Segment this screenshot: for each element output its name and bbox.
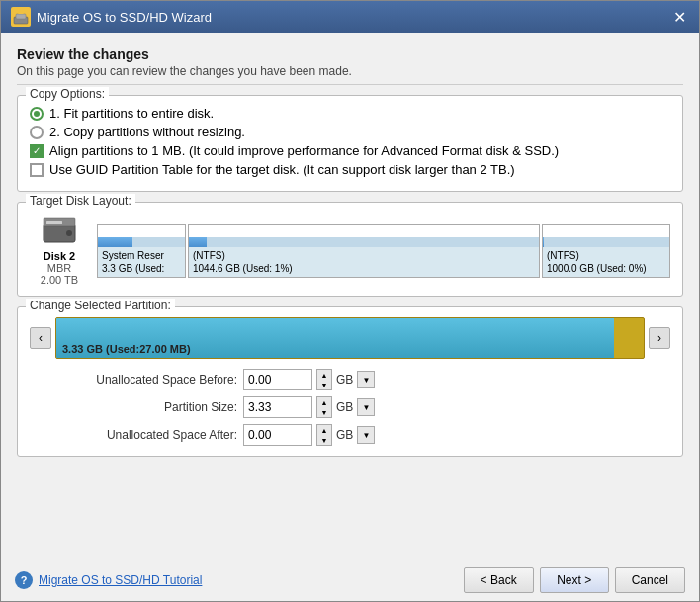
field-3-down[interactable]: ▼ — [317, 435, 331, 445]
left-arrow-button[interactable]: ‹ — [30, 327, 51, 349]
svg-marker-2 — [18, 10, 24, 14]
field-3-dropdown[interactable]: ▼ — [357, 426, 375, 444]
checkbox-1-box[interactable]: ✓ — [30, 144, 44, 158]
footer-buttons: < Back Next > Cancel — [464, 567, 685, 593]
help-icon[interactable]: ? — [15, 571, 33, 589]
field-2-unit: GB — [336, 400, 353, 414]
radio-2-label: 2. Copy partitions without resizing. — [49, 125, 245, 139]
field-2-label: Partition Size: — [59, 400, 237, 414]
checkbox-2-label: Use GUID Partition Table for the target … — [49, 162, 515, 177]
footer: ? Migrate OS to SSD/HD Tutorial < Back N… — [1, 559, 699, 601]
svg-point-5 — [66, 230, 72, 236]
content-area: Review the changes On this page you can … — [1, 33, 699, 559]
partition-3-bar — [543, 237, 544, 247]
partition-3-fs: (NTFS) — [547, 249, 665, 262]
page-title: Review the changes — [17, 46, 683, 62]
titlebar: Migrate OS to SSD/HD Wizard ✕ — [1, 1, 699, 33]
disk-size: 2.00 TB — [41, 274, 78, 286]
field-2-down[interactable]: ▼ — [317, 407, 331, 417]
disk-name: Disk 2 — [44, 250, 75, 262]
field-3-spinner: ▲ ▼ — [316, 424, 332, 446]
field-3-up[interactable]: ▲ — [317, 425, 331, 435]
partition-3-info: (NTFS) 1000.0 GB (Used: 0%) — [543, 247, 669, 277]
change-partition-group: Change Selected Partition: ‹ 3.33 GB (Us… — [17, 306, 683, 457]
titlebar-left: Migrate OS to SSD/HD Wizard — [11, 7, 212, 27]
checkbox-1-label: Align partitions to 1 MB. (It could impr… — [49, 143, 559, 158]
partition-2-fs: (NTFS) — [193, 249, 535, 262]
partition-1-name: System Reser — [102, 249, 181, 262]
field-1-dropdown[interactable]: ▼ — [357, 371, 375, 388]
partition-size-label: 3.33 GB (Used:27.00 MB) — [62, 343, 191, 355]
disk-type: MBR — [47, 262, 71, 274]
field-2-input-area: ▲ ▼ GB ▼ — [243, 396, 375, 418]
target-disk-group: Target Disk Layout: Disk 2 MBR 2.00 TB — [17, 202, 683, 297]
field-row-1: Unallocated Space Before: ▲ ▼ GB ▼ — [59, 369, 670, 390]
radio-1-circle[interactable] — [30, 107, 44, 121]
field-2-dropdown[interactable]: ▼ — [357, 398, 375, 416]
page-subtitle: On this page you can review the changes … — [17, 64, 683, 78]
field-2-spinner: ▲ ▼ — [316, 396, 332, 418]
field-2-up[interactable]: ▲ — [317, 397, 331, 407]
field-1-spinner: ▲ ▼ — [316, 369, 332, 390]
field-row-3: Unallocated Space After: ▲ ▼ GB ▼ — [59, 424, 670, 446]
next-button[interactable]: Next > — [540, 567, 609, 593]
footer-left: ? Migrate OS to SSD/HD Tutorial — [15, 571, 202, 589]
main-window: Migrate OS to SSD/HD Wizard ✕ Review the… — [0, 0, 700, 602]
disk-layout: Disk 2 MBR 2.00 TB System Reser 3.3 GB (… — [30, 213, 670, 286]
checkbox-item-2[interactable]: Use GUID Partition Table for the target … — [30, 162, 670, 177]
page-header: Review the changes On this page you can … — [17, 46, 683, 85]
field-1-down[interactable]: ▼ — [317, 380, 331, 389]
partition-3-size: 1000.0 GB (Used: 0%) — [547, 262, 665, 275]
field-3-label: Unallocated Space After: — [59, 428, 237, 442]
field-3-unit: GB — [336, 428, 353, 442]
disk-icon-area: Disk 2 MBR 2.00 TB — [30, 216, 89, 286]
field-1-input[interactable] — [243, 369, 312, 390]
checkbox-item-1[interactable]: ✓ Align partitions to 1 MB. (It could im… — [30, 143, 670, 158]
disk-icon — [42, 216, 77, 250]
partition-2-bar — [189, 237, 207, 247]
target-disk-label: Target Disk Layout: — [26, 194, 135, 208]
radio-item-2[interactable]: 2. Copy partitions without resizing. — [30, 125, 670, 139]
svg-rect-6 — [46, 221, 62, 224]
partition-1[interactable]: System Reser 3.3 GB (Used: — [97, 224, 186, 278]
back-button[interactable]: < Back — [464, 567, 534, 593]
change-partition-label: Change Selected Partition: — [26, 299, 175, 312]
radio-1-label: 1. Fit partitions to entire disk. — [49, 106, 214, 121]
checkbox-2-box[interactable] — [30, 163, 44, 177]
copy-options-group: Copy Options: 1. Fit partitions to entir… — [17, 95, 683, 192]
partition-1-info: System Reser 3.3 GB (Used: — [98, 247, 185, 277]
partition-1-bar — [98, 237, 132, 247]
close-button[interactable]: ✕ — [669, 7, 689, 27]
field-1-label: Unallocated Space Before: — [59, 373, 237, 387]
partition-2-size: 1044.6 GB (Used: 1%) — [193, 262, 535, 275]
partition-2[interactable]: (NTFS) 1044.6 GB (Used: 1%) — [188, 224, 540, 278]
app-icon — [11, 7, 31, 27]
cancel-button[interactable]: Cancel — [615, 567, 685, 593]
radio-item-1[interactable]: 1. Fit partitions to entire disk. — [30, 106, 670, 121]
partition-1-bar-container — [98, 237, 185, 247]
tutorial-link[interactable]: Migrate OS to SSD/HD Tutorial — [39, 573, 202, 587]
right-arrow-button[interactable]: › — [649, 327, 670, 349]
field-3-input[interactable] — [243, 424, 312, 446]
partition-2-info: (NTFS) 1044.6 GB (Used: 1%) — [189, 247, 539, 277]
radio-2-circle[interactable] — [30, 126, 44, 139]
fields-area: Unallocated Space Before: ▲ ▼ GB ▼ Parti… — [30, 369, 670, 446]
field-1-unit: GB — [336, 373, 353, 387]
field-row-2: Partition Size: ▲ ▼ GB ▼ — [59, 396, 670, 418]
field-2-input[interactable] — [243, 396, 312, 418]
partition-1-size: 3.3 GB (Used: — [102, 262, 181, 275]
svg-rect-1 — [16, 14, 26, 19]
partition-3-bar-container — [543, 237, 669, 247]
partitions-area: System Reser 3.3 GB (Used: (NTFS) 1044.6… — [97, 224, 670, 278]
checkbox-1-check: ✓ — [33, 146, 41, 156]
field-1-input-area: ▲ ▼ GB ▼ — [243, 369, 375, 390]
partition-2-bar-container — [189, 237, 539, 247]
field-1-up[interactable]: ▲ — [317, 370, 331, 380]
partition-bar-main: 3.33 GB (Used:27.00 MB) — [55, 317, 645, 359]
field-3-input-area: ▲ ▼ GB ▼ — [243, 424, 375, 446]
partition-3[interactable]: (NTFS) 1000.0 GB (Used: 0%) — [542, 224, 670, 278]
partition-visual: ‹ 3.33 GB (Used:27.00 MB) › — [30, 317, 670, 359]
copy-options-label: Copy Options: — [26, 87, 109, 101]
window-title: Migrate OS to SSD/HD Wizard — [37, 10, 212, 25]
